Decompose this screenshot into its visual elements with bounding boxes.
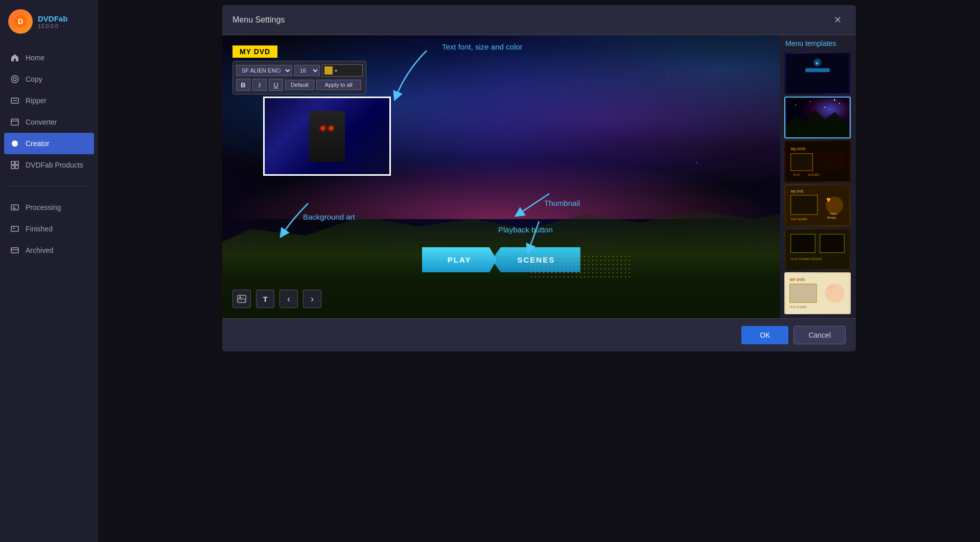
svg-point-34: [839, 103, 840, 104]
thumbnail-figure: [309, 111, 345, 162]
eye-left: [321, 126, 325, 130]
svg-rect-11: [11, 166, 14, 169]
svg-rect-45: [791, 195, 818, 215]
dvd-title[interactable]: MY DVD: [232, 45, 277, 58]
annotation-text-font: Text font, size and color: [442, 42, 523, 51]
thumbnail-inner: [265, 98, 389, 174]
annotation-playback: Playback button: [498, 225, 553, 234]
svg-text:My DVD: My DVD: [791, 147, 806, 151]
dots-pattern: [529, 254, 632, 280]
menu-templates-label: Menu templates: [784, 39, 852, 48]
main-content: Menu Settings ✕ MY DVD: [98, 0, 980, 542]
sidebar-label-processing: Processing: [26, 203, 61, 211]
sidebar: D DVDFab 13.0.0.0 Home Copy: [0, 0, 98, 542]
svg-rect-38: [791, 154, 813, 171]
sidebar-item-copy[interactable]: Copy: [0, 68, 98, 90]
nav-menu: Home Copy Ripper: [0, 42, 98, 181]
modal-footer: OK Cancel: [222, 318, 856, 351]
sidebar-label-archived: Archived: [26, 246, 53, 254]
modal-title: Menu Settings: [232, 15, 285, 25]
sidebar-item-creator[interactable]: Creator: [4, 133, 94, 154]
default-button[interactable]: Default: [285, 80, 314, 90]
svg-rect-53: [820, 234, 845, 253]
image-icon: [237, 294, 246, 303]
apply-all-button[interactable]: Apply to all: [316, 80, 361, 90]
sidebar-label-finished: Finished: [26, 225, 53, 233]
dvd-title-area: MY DVD: [232, 45, 277, 58]
font-size-select[interactable]: 16: [294, 65, 320, 76]
modal-close-button[interactable]: ✕: [830, 12, 846, 28]
template-thumb-4: My DVD ♥ Happy Birthday PLAY SCENES: [785, 185, 850, 225]
svg-text:♡: ♡: [827, 285, 834, 293]
font-row: SF ALIEN ENCOU 16 ▾: [236, 64, 363, 77]
cancel-button[interactable]: Cancel: [794, 326, 846, 344]
app-version: 13.0.0.0: [38, 23, 67, 29]
sidebar-item-archived[interactable]: Archived: [0, 240, 98, 261]
sidebar-label-products: DVDFab Products: [26, 161, 83, 169]
template-item-4[interactable]: My DVD ♥ Happy Birthday PLAY SCENES: [784, 184, 851, 226]
bold-button[interactable]: B: [236, 79, 250, 91]
sidebar-item-ripper[interactable]: Ripper: [0, 90, 98, 111]
template-item-6[interactable]: MY DVD ♡ PLAY SCENES: [784, 272, 851, 314]
svg-rect-58: [790, 284, 816, 302]
svg-point-8: [12, 140, 18, 147]
template-item-5[interactable]: PLAY SCENES BONUS: [784, 228, 851, 270]
eye-right: [329, 126, 333, 130]
text-icon: T: [263, 295, 267, 303]
template-item-1[interactable]: ▶: [784, 53, 851, 95]
svg-rect-9: [11, 161, 14, 164]
color-picker[interactable]: ▾: [322, 64, 363, 77]
font-name-select[interactable]: SF ALIEN ENCOU: [236, 65, 292, 76]
svg-text:Birthday: Birthday: [827, 217, 836, 219]
svg-rect-18: [11, 248, 18, 253]
svg-text:D: D: [18, 17, 23, 26]
svg-rect-13: [11, 205, 18, 210]
processing-icon: [10, 203, 19, 212]
products-icon: [10, 160, 19, 170]
font-toolbar: SF ALIEN ENCOU 16 ▾: [232, 61, 366, 95]
template-item-3[interactable]: My DVD PLAY SCENES: [784, 140, 851, 182]
sidebar-label-copy: Copy: [26, 75, 42, 83]
svg-rect-16: [11, 226, 18, 231]
next-icon: ›: [311, 294, 314, 304]
ok-button[interactable]: OK: [741, 326, 788, 344]
preview-area: MY DVD SF ALIEN ENCOU 16: [222, 35, 780, 318]
svg-text:Happy: Happy: [830, 213, 837, 215]
menu-preview: MY DVD SF ALIEN ENCOU 16: [222, 35, 780, 318]
logo-text: DVDFab 13.0.0.0: [38, 14, 67, 29]
annotation-thumbnail: Thumbnail: [544, 199, 580, 207]
copy-icon: [10, 75, 19, 84]
svg-point-33: [824, 107, 825, 108]
app-name: DVDFab: [38, 14, 67, 23]
underline-button[interactable]: U: [269, 79, 283, 91]
nav-bottom: Processing Finished Archived: [0, 192, 98, 266]
sidebar-item-home[interactable]: Home: [0, 47, 98, 68]
italic-button[interactable]: I: [252, 79, 267, 91]
svg-point-3: [13, 78, 16, 81]
modal-overlay: Menu Settings ✕ MY DVD: [98, 0, 980, 542]
templates-sidebar: Menu templates ▶: [780, 35, 856, 318]
play-button[interactable]: PLAY: [422, 247, 497, 272]
sidebar-item-dvdfab-products[interactable]: DVDFab Products: [0, 154, 98, 176]
svg-text:PLAY  SCENES: PLAY SCENES: [791, 218, 808, 221]
svg-text:PLAY: PLAY: [793, 173, 800, 176]
modal-body: MY DVD SF ALIEN ENCOU 16: [222, 35, 856, 318]
sidebar-item-finished[interactable]: Finished: [0, 218, 98, 240]
next-template-button[interactable]: ›: [303, 290, 321, 308]
sidebar-item-converter[interactable]: Converter: [0, 111, 98, 133]
modal-header: Menu Settings ✕: [222, 5, 856, 35]
color-swatch: [324, 66, 333, 75]
preview-toolbar: T ‹ ›: [232, 290, 321, 308]
template-thumb-2: [785, 98, 850, 137]
background-art-button[interactable]: [232, 290, 251, 308]
svg-text:SCENES: SCENES: [808, 173, 820, 176]
sidebar-label-converter: Converter: [26, 118, 57, 126]
ripper-icon: [10, 96, 19, 105]
text-button[interactable]: T: [256, 290, 274, 308]
color-dropdown-arrow: ▾: [335, 68, 337, 74]
template-item-2[interactable]: [784, 97, 851, 138]
sidebar-item-processing[interactable]: Processing: [0, 197, 98, 218]
template-thumb-5: PLAY SCENES BONUS: [785, 229, 850, 269]
svg-point-32: [810, 101, 811, 102]
prev-template-button[interactable]: ‹: [279, 290, 298, 308]
